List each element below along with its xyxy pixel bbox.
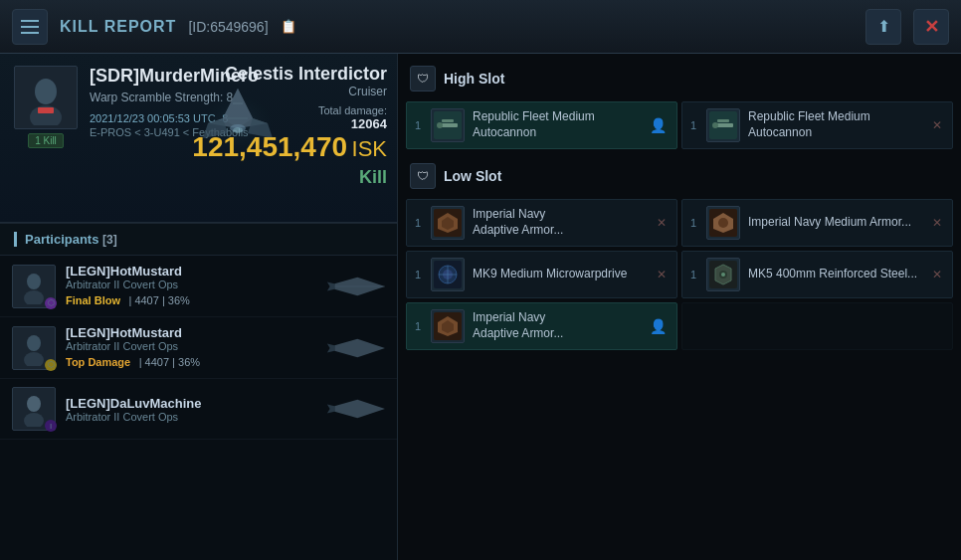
participant-badge-3: I (45, 420, 57, 432)
export-icon: ⬆ (877, 17, 890, 36)
slot-item-text-h2: Republic Fleet Medium Autocannon (748, 109, 920, 140)
slot-item-low-1[interactable]: 1 Imperial NavyAdaptive Armor... ✕ (406, 199, 677, 247)
autocannon-icon-2 (709, 111, 737, 139)
damage-value: 12064 (192, 116, 387, 131)
isk-value: 121,451,470 (192, 131, 347, 162)
participants-list: ⬡ [LEGN]HotMustard Arbitrator II Covert … (0, 256, 397, 560)
right-panel: 🛡 High Slot 1 Republic Fleet Me (398, 54, 961, 560)
slot-item-text-h1: Republic Fleet Medium Autocannon (473, 109, 638, 140)
slot-item-high-2[interactable]: 1 Republic Fleet Medium Autocannon ✕ (681, 101, 953, 149)
svg-point-37 (712, 122, 718, 128)
slot-item-icon-l5 (431, 309, 465, 343)
participant-info-1: [LEGN]HotMustard Arbitrator II Covert Op… (66, 264, 315, 308)
svg-marker-18 (327, 281, 334, 290)
svg-rect-36 (717, 119, 729, 122)
body: 1 Kill [SDR]MurderMinero Warp Scramble S… (0, 54, 961, 560)
hamburger-line-1 (21, 20, 39, 22)
hamburger-line-2 (21, 26, 39, 28)
svg-point-52 (721, 273, 725, 277)
damage-label: Total damage: (192, 104, 387, 116)
participants-title: Participants [3] (14, 232, 383, 247)
high-slot-icon: 🛡 (410, 66, 436, 92)
hamburger-line-3 (21, 32, 39, 34)
high-slot-header: 🛡 High Slot (406, 60, 953, 97)
armor-icon-1 (434, 209, 462, 237)
slot-item-text-l1: Imperial NavyAdaptive Armor... (473, 207, 645, 238)
svg-point-43 (718, 218, 728, 228)
slot-item-text-l5: Imperial NavyAdaptive Armor... (473, 310, 638, 341)
armor-icon-2 (709, 209, 737, 237)
participant-ship-1: Arbitrator II Covert Ops (66, 279, 315, 290)
participant-name-1: [LEGN]HotMustard (66, 264, 315, 279)
slot-num-l3: 1 (413, 269, 423, 280)
slot-num-l2: 1 (688, 217, 698, 229)
svg-point-26 (27, 396, 41, 412)
participant-role-row-2: Top Damage | 4407 | 36% (66, 352, 315, 370)
participant-ship-3: Arbitrator II Covert Ops (66, 411, 315, 423)
mwd-icon (434, 261, 462, 288)
slot-action-l1[interactable]: ✕ (653, 214, 671, 232)
steel-icon (709, 261, 737, 288)
avatar-area: 1 Kill (14, 66, 78, 210)
slot-num-l1: 1 (413, 217, 423, 229)
participants-header: Participants [3] (0, 223, 397, 256)
svg-point-21 (27, 335, 41, 351)
participant-row-3[interactable]: I [LEGN]DaLuvMachine Arbitrator II Cover… (0, 379, 397, 440)
slot-num-l5: 1 (413, 320, 423, 332)
low-slot-title: Low Slot (444, 168, 501, 184)
slot-item-low-5[interactable]: 1 Imperial NavyAdaptive Armor... 👤 (406, 302, 677, 350)
copy-icon[interactable]: 📋 (281, 19, 296, 34)
slot-item-high-1[interactable]: 1 Republic Fleet Medium Autocannon 👤 (406, 101, 677, 149)
svg-marker-29 (327, 404, 334, 413)
slot-item-icon-l4 (706, 258, 740, 291)
low-slot-grid: 1 Imperial NavyAdaptive Armor... ✕ 1 (406, 199, 953, 350)
armor-icon-3 (434, 312, 462, 340)
isk-row: 121,451,470 ISK (192, 131, 387, 163)
svg-point-33 (437, 122, 443, 128)
participant-role-1: Final Blow (66, 294, 120, 306)
slot-item-low-3[interactable]: 1 MK9 Medium Microwarpdrive ✕ (406, 251, 677, 298)
isk-label: ISK (352, 136, 387, 161)
slot-action-l5[interactable]: 👤 (646, 316, 671, 336)
slot-action-l2[interactable]: ✕ (928, 214, 946, 232)
slot-item-text-l2: Imperial Navy Medium Armor... (748, 215, 920, 231)
participant-name-2: [LEGN]HotMustard (66, 325, 315, 340)
participant-name-3: [LEGN]DaLuvMachine (66, 396, 315, 411)
ship-class: Cruiser (192, 85, 387, 98)
left-panel: 1 Kill [SDR]MurderMinero Warp Scramble S… (0, 54, 398, 560)
slot-action-l3[interactable]: ✕ (653, 266, 671, 283)
slot-item-text-l3: MK9 Medium Microwarpdrive (473, 267, 645, 282)
participant-stats-1: | 4407 | 36% (128, 294, 189, 306)
slot-item-low-2[interactable]: 1 Imperial Navy Medium Armor... ✕ (681, 199, 953, 247)
slot-action-h2[interactable]: ✕ (928, 116, 946, 134)
participant-badge-2: ⬡ (45, 359, 57, 371)
participant-row-2[interactable]: ⬡ [LEGN]HotMustard Arbitrator II Covert … (0, 317, 397, 379)
participant-avatar-2: ⬡ (12, 326, 56, 370)
right-info: Celestis Interdictor Cruiser Total damag… (192, 64, 387, 188)
slot-action-h1[interactable]: 👤 (646, 115, 671, 135)
slot-item-low-4[interactable]: 1 MK5 400mm Reinforced Steel... ✕ (681, 251, 953, 298)
slot-item-icon-l1 (431, 206, 465, 240)
participant-ship-img-1 (325, 272, 385, 301)
svg-marker-28 (334, 400, 385, 418)
participant-row[interactable]: ⬡ [LEGN]HotMustard Arbitrator II Covert … (0, 256, 397, 317)
participant-role-2: Top Damage (66, 356, 130, 368)
menu-button[interactable] (12, 9, 48, 45)
close-icon: ✕ (924, 16, 939, 38)
slot-num-l4: 1 (688, 269, 698, 280)
pilot-avatar (14, 66, 78, 129)
participant-info-3: [LEGN]DaLuvMachine Arbitrator II Covert … (66, 396, 315, 423)
participant-stats-2: | 4407 | 36% (139, 356, 200, 368)
close-button[interactable]: ✕ (913, 9, 949, 45)
low-slot-header: 🛡 Low Slot (406, 157, 953, 195)
participant-role-row-1: Final Blow | 4407 | 36% (66, 290, 315, 308)
ship-name: Celestis Interdictor (225, 64, 387, 84)
participant-info-2: [LEGN]HotMustard Arbitrator II Covert Op… (66, 325, 315, 370)
slot-num-h1: 1 (413, 119, 423, 131)
header: KILL REPORT [ID:6549696] 📋 ⬆ ✕ (0, 0, 961, 54)
slot-item-low-6 (681, 302, 953, 350)
slot-action-l4[interactable]: ✕ (928, 266, 946, 283)
export-button[interactable]: ⬆ (865, 9, 901, 45)
svg-point-1 (35, 79, 57, 104)
high-slot-title: High Slot (444, 71, 504, 87)
